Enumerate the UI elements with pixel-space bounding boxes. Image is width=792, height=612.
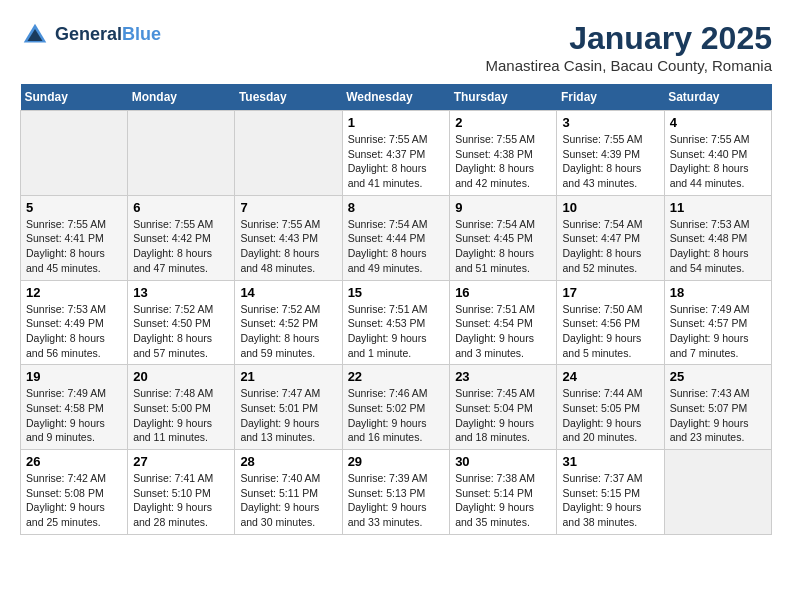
day-info: Sunrise: 7:43 AM Sunset: 5:07 PM Dayligh… xyxy=(670,386,766,445)
calendar-cell: 4Sunrise: 7:55 AM Sunset: 4:40 PM Daylig… xyxy=(664,111,771,196)
day-number: 30 xyxy=(455,454,551,469)
day-number: 22 xyxy=(348,369,445,384)
logo-icon xyxy=(20,20,50,50)
calendar-cell: 29Sunrise: 7:39 AM Sunset: 5:13 PM Dayli… xyxy=(342,450,450,535)
day-number: 5 xyxy=(26,200,122,215)
day-info: Sunrise: 7:54 AM Sunset: 4:44 PM Dayligh… xyxy=(348,217,445,276)
day-info: Sunrise: 7:54 AM Sunset: 4:45 PM Dayligh… xyxy=(455,217,551,276)
day-info: Sunrise: 7:39 AM Sunset: 5:13 PM Dayligh… xyxy=(348,471,445,530)
day-info: Sunrise: 7:50 AM Sunset: 4:56 PM Dayligh… xyxy=(562,302,658,361)
day-number: 26 xyxy=(26,454,122,469)
day-number: 10 xyxy=(562,200,658,215)
day-info: Sunrise: 7:55 AM Sunset: 4:42 PM Dayligh… xyxy=(133,217,229,276)
calendar-cell: 22Sunrise: 7:46 AM Sunset: 5:02 PM Dayli… xyxy=(342,365,450,450)
calendar-cell xyxy=(128,111,235,196)
day-number: 31 xyxy=(562,454,658,469)
day-number: 16 xyxy=(455,285,551,300)
calendar-cell: 10Sunrise: 7:54 AM Sunset: 4:47 PM Dayli… xyxy=(557,195,664,280)
day-number: 20 xyxy=(133,369,229,384)
page-header: GeneralBlue January 2025 Manastirea Casi… xyxy=(20,20,772,74)
calendar-cell: 5Sunrise: 7:55 AM Sunset: 4:41 PM Daylig… xyxy=(21,195,128,280)
day-info: Sunrise: 7:49 AM Sunset: 4:58 PM Dayligh… xyxy=(26,386,122,445)
day-number: 1 xyxy=(348,115,445,130)
day-info: Sunrise: 7:52 AM Sunset: 4:50 PM Dayligh… xyxy=(133,302,229,361)
day-number: 3 xyxy=(562,115,658,130)
calendar-cell xyxy=(21,111,128,196)
logo-text: GeneralBlue xyxy=(55,25,161,45)
day-info: Sunrise: 7:51 AM Sunset: 4:54 PM Dayligh… xyxy=(455,302,551,361)
calendar-cell: 6Sunrise: 7:55 AM Sunset: 4:42 PM Daylig… xyxy=(128,195,235,280)
day-number: 13 xyxy=(133,285,229,300)
calendar-cell: 26Sunrise: 7:42 AM Sunset: 5:08 PM Dayli… xyxy=(21,450,128,535)
day-number: 23 xyxy=(455,369,551,384)
calendar-cell: 8Sunrise: 7:54 AM Sunset: 4:44 PM Daylig… xyxy=(342,195,450,280)
calendar-cell: 24Sunrise: 7:44 AM Sunset: 5:05 PM Dayli… xyxy=(557,365,664,450)
day-info: Sunrise: 7:55 AM Sunset: 4:39 PM Dayligh… xyxy=(562,132,658,191)
day-info: Sunrise: 7:55 AM Sunset: 4:37 PM Dayligh… xyxy=(348,132,445,191)
day-number: 19 xyxy=(26,369,122,384)
day-number: 7 xyxy=(240,200,336,215)
calendar-cell: 11Sunrise: 7:53 AM Sunset: 4:48 PM Dayli… xyxy=(664,195,771,280)
day-info: Sunrise: 7:38 AM Sunset: 5:14 PM Dayligh… xyxy=(455,471,551,530)
calendar-cell: 18Sunrise: 7:49 AM Sunset: 4:57 PM Dayli… xyxy=(664,280,771,365)
day-number: 2 xyxy=(455,115,551,130)
calendar-cell: 27Sunrise: 7:41 AM Sunset: 5:10 PM Dayli… xyxy=(128,450,235,535)
calendar-cell: 20Sunrise: 7:48 AM Sunset: 5:00 PM Dayli… xyxy=(128,365,235,450)
logo: GeneralBlue xyxy=(20,20,161,50)
calendar-cell xyxy=(235,111,342,196)
day-number: 4 xyxy=(670,115,766,130)
day-info: Sunrise: 7:42 AM Sunset: 5:08 PM Dayligh… xyxy=(26,471,122,530)
weekday-header: Sunday xyxy=(21,84,128,111)
weekday-header: Saturday xyxy=(664,84,771,111)
day-number: 24 xyxy=(562,369,658,384)
calendar-cell: 1Sunrise: 7:55 AM Sunset: 4:37 PM Daylig… xyxy=(342,111,450,196)
day-info: Sunrise: 7:49 AM Sunset: 4:57 PM Dayligh… xyxy=(670,302,766,361)
day-number: 21 xyxy=(240,369,336,384)
day-info: Sunrise: 7:44 AM Sunset: 5:05 PM Dayligh… xyxy=(562,386,658,445)
calendar-cell: 13Sunrise: 7:52 AM Sunset: 4:50 PM Dayli… xyxy=(128,280,235,365)
day-info: Sunrise: 7:45 AM Sunset: 5:04 PM Dayligh… xyxy=(455,386,551,445)
day-info: Sunrise: 7:55 AM Sunset: 4:43 PM Dayligh… xyxy=(240,217,336,276)
day-number: 29 xyxy=(348,454,445,469)
calendar-cell: 30Sunrise: 7:38 AM Sunset: 5:14 PM Dayli… xyxy=(450,450,557,535)
calendar-week-row: 5Sunrise: 7:55 AM Sunset: 4:41 PM Daylig… xyxy=(21,195,772,280)
weekday-header: Thursday xyxy=(450,84,557,111)
day-number: 6 xyxy=(133,200,229,215)
calendar-cell: 19Sunrise: 7:49 AM Sunset: 4:58 PM Dayli… xyxy=(21,365,128,450)
day-info: Sunrise: 7:52 AM Sunset: 4:52 PM Dayligh… xyxy=(240,302,336,361)
calendar-cell: 14Sunrise: 7:52 AM Sunset: 4:52 PM Dayli… xyxy=(235,280,342,365)
day-number: 15 xyxy=(348,285,445,300)
day-number: 18 xyxy=(670,285,766,300)
day-number: 8 xyxy=(348,200,445,215)
day-info: Sunrise: 7:55 AM Sunset: 4:41 PM Dayligh… xyxy=(26,217,122,276)
calendar-week-row: 19Sunrise: 7:49 AM Sunset: 4:58 PM Dayli… xyxy=(21,365,772,450)
day-number: 11 xyxy=(670,200,766,215)
calendar-cell: 23Sunrise: 7:45 AM Sunset: 5:04 PM Dayli… xyxy=(450,365,557,450)
calendar-cell: 31Sunrise: 7:37 AM Sunset: 5:15 PM Dayli… xyxy=(557,450,664,535)
day-number: 27 xyxy=(133,454,229,469)
location-subtitle: Manastirea Casin, Bacau County, Romania xyxy=(485,57,772,74)
day-number: 28 xyxy=(240,454,336,469)
calendar-cell: 9Sunrise: 7:54 AM Sunset: 4:45 PM Daylig… xyxy=(450,195,557,280)
day-number: 12 xyxy=(26,285,122,300)
calendar-cell: 17Sunrise: 7:50 AM Sunset: 4:56 PM Dayli… xyxy=(557,280,664,365)
calendar-week-row: 1Sunrise: 7:55 AM Sunset: 4:37 PM Daylig… xyxy=(21,111,772,196)
day-info: Sunrise: 7:51 AM Sunset: 4:53 PM Dayligh… xyxy=(348,302,445,361)
day-number: 9 xyxy=(455,200,551,215)
calendar-cell: 21Sunrise: 7:47 AM Sunset: 5:01 PM Dayli… xyxy=(235,365,342,450)
day-info: Sunrise: 7:54 AM Sunset: 4:47 PM Dayligh… xyxy=(562,217,658,276)
weekday-header: Monday xyxy=(128,84,235,111)
calendar-cell: 3Sunrise: 7:55 AM Sunset: 4:39 PM Daylig… xyxy=(557,111,664,196)
weekday-header-row: SundayMondayTuesdayWednesdayThursdayFrid… xyxy=(21,84,772,111)
weekday-header: Tuesday xyxy=(235,84,342,111)
day-info: Sunrise: 7:53 AM Sunset: 4:48 PM Dayligh… xyxy=(670,217,766,276)
weekday-header: Friday xyxy=(557,84,664,111)
day-info: Sunrise: 7:53 AM Sunset: 4:49 PM Dayligh… xyxy=(26,302,122,361)
day-info: Sunrise: 7:47 AM Sunset: 5:01 PM Dayligh… xyxy=(240,386,336,445)
calendar-cell: 16Sunrise: 7:51 AM Sunset: 4:54 PM Dayli… xyxy=(450,280,557,365)
calendar-cell: 28Sunrise: 7:40 AM Sunset: 5:11 PM Dayli… xyxy=(235,450,342,535)
day-number: 14 xyxy=(240,285,336,300)
weekday-header: Wednesday xyxy=(342,84,450,111)
calendar-week-row: 12Sunrise: 7:53 AM Sunset: 4:49 PM Dayli… xyxy=(21,280,772,365)
day-number: 25 xyxy=(670,369,766,384)
